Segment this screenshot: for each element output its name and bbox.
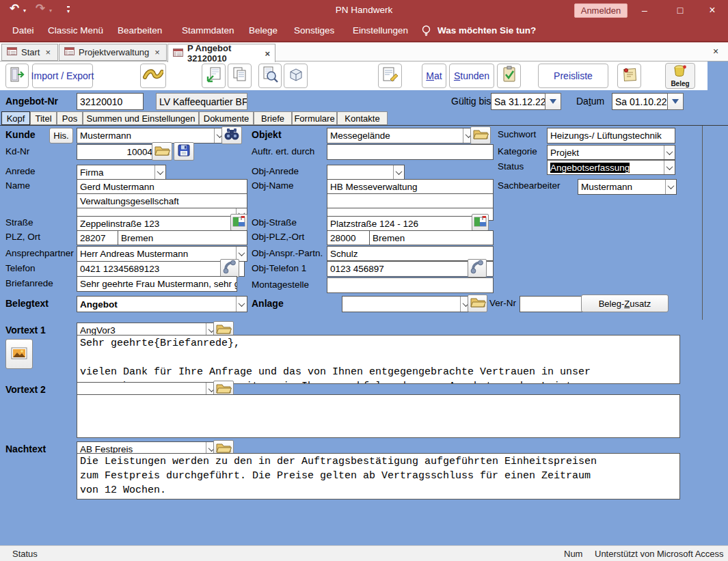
copy-button[interactable] [228, 64, 252, 88]
briefanrede-field[interactable]: Sehr geehrte Frau Mustermann, sehr gee [77, 276, 237, 292]
calculation-button[interactable] [378, 64, 402, 88]
anlage-combo[interactable] [342, 296, 472, 312]
ver-nr-label: Ver-Nr [489, 298, 516, 308]
menu-datei[interactable]: Datei [12, 25, 34, 36]
datum-field[interactable]: Sa 01.10.22 [612, 93, 672, 110]
close-form-icon[interactable]: × [713, 46, 718, 57]
obj-strasse-field[interactable]: Platzstraße 124 - 126 [327, 216, 478, 231]
preisliste-button[interactable]: Preisliste [538, 64, 608, 88]
cube-icon [287, 66, 305, 86]
close-button[interactable]: × [697, 0, 728, 20]
tab-close-icon[interactable]: × [265, 49, 270, 59]
combo-arrow-icon[interactable] [236, 297, 247, 312]
ort-field[interactable]: Bremen [118, 230, 247, 245]
name-field-1[interactable]: Gerd Mustermann [77, 179, 247, 195]
map-button[interactable] [230, 214, 247, 231]
menu-bearbeiten[interactable]: Bearbeiten [118, 25, 162, 36]
combo-arrow-icon[interactable] [664, 161, 675, 174]
vortext1-label: Vortext 1 [5, 325, 46, 336]
tab-summen[interactable]: Summen und Einstellungen [83, 111, 199, 125]
measure-button[interactable] [140, 64, 166, 88]
anrede-combo[interactable]: Firma [77, 165, 166, 180]
tab-projektverwaltung[interactable]: Projektverwaltung × [59, 44, 167, 61]
tell-me-box[interactable]: Was möchten Sie tun? [437, 25, 536, 36]
obj-map-button[interactable] [472, 214, 489, 231]
exit-button[interactable] [5, 64, 29, 88]
auftr-field[interactable] [327, 144, 494, 160]
menu-belege[interactable]: Belege [249, 25, 278, 36]
kunde-combo[interactable]: Mustermann [77, 128, 226, 143]
insert-image-button[interactable] [5, 339, 33, 369]
stunden-button[interactable]: Stunden [449, 64, 494, 88]
montagestelle-field[interactable] [327, 277, 494, 293]
menu-einstellungen[interactable]: Einstellungen [353, 25, 408, 36]
obj-name-field-2[interactable] [327, 193, 494, 209]
datum-dropdown[interactable] [667, 93, 684, 110]
dial-phone-button[interactable] [220, 259, 239, 277]
combo-arrow-icon[interactable] [664, 146, 675, 159]
tab-start[interactable]: Start × [1, 44, 58, 61]
import-export-button[interactable]: Import / Export [32, 64, 93, 88]
tab-close-icon[interactable]: × [45, 47, 51, 57]
obj-plz-field[interactable]: 28000 [327, 230, 375, 245]
suchwort-field[interactable]: Heizungs-/ Lüftungstechnik [547, 128, 675, 143]
gueltig-bis-field[interactable]: Sa 31.12.22 [491, 93, 550, 110]
vortext2-textarea[interactable] [77, 394, 680, 438]
vortext1-textarea[interactable]: Sehr geehrte{Briefanrede}, vielen Dank f… [77, 335, 680, 384]
notes-button[interactable] [617, 64, 641, 88]
anmelden-button[interactable]: Anmelden [574, 3, 628, 18]
measuring-tape-icon [143, 67, 163, 85]
ver-nr-field[interactable] [520, 296, 585, 312]
tab-formulare[interactable]: Formulare [292, 111, 337, 125]
lv-name-field[interactable]: LV Kaffeequartier BF [156, 93, 247, 110]
tab-dokumente[interactable]: Dokumente [199, 111, 254, 125]
kategorie-combo[interactable]: Projekt [547, 145, 675, 160]
tab-p-angebot[interactable]: P Angebot 32120010 × [167, 44, 275, 62]
menu-classic-menu[interactable]: Classic Menü [48, 25, 103, 36]
his-button[interactable]: His. [49, 128, 73, 143]
open-anlage-button[interactable] [468, 295, 487, 312]
nachtext-textarea[interactable]: Die Leistungen werden zu den in der Auft… [77, 453, 680, 500]
tab-label: Projektverwaltung [79, 47, 149, 57]
objekt-combo[interactable]: Messegelände [327, 128, 474, 143]
angebot-nr-field[interactable]: 32120010 [77, 93, 144, 110]
belegtext-combo[interactable]: Angebot [77, 296, 247, 312]
strasse-label: Straße [5, 217, 33, 228]
menu-sonstiges[interactable]: Sonstiges [294, 25, 334, 36]
minimize-button[interactable]: – [629, 0, 660, 20]
obj-name-field-1[interactable]: HB Messeverwaltung [327, 179, 494, 195]
beleg-button[interactable]: Beleg [665, 63, 695, 89]
mat-label: Mat [426, 70, 442, 81]
open-customer-button[interactable] [152, 142, 172, 161]
menu-stammdaten[interactable]: Stammdaten [182, 25, 234, 36]
save-customer-button[interactable] [174, 142, 194, 161]
tab-kopf[interactable]: Kopf [1, 111, 30, 125]
obj-anrede-combo[interactable] [327, 165, 405, 180]
tab-close-icon[interactable]: × [154, 47, 160, 57]
tab-kontakte[interactable]: Kontakte [337, 111, 388, 125]
beleg-zusatz-button[interactable]: Beleg-Zusatz [581, 295, 669, 312]
sachbearbeiter-combo[interactable]: Mustermann [578, 179, 677, 195]
name-field-2[interactable]: Verwaltungsgesellschaft [77, 193, 247, 209]
strasse-field[interactable]: Zeppelinstraße 123 [77, 216, 237, 231]
package-button[interactable] [284, 64, 308, 88]
ansprechpartner-label: Ansprechpartner [5, 248, 74, 258]
status-combo[interactable]: Angebotserfassung [547, 160, 675, 175]
obj-ansprechpartner-label: Obj-Anspr.-Partn. [252, 248, 323, 258]
print-preview-button[interactable] [258, 64, 282, 88]
open-objekt-button[interactable] [470, 126, 491, 144]
tab-titel[interactable]: Titel [30, 111, 57, 125]
combo-arrow-icon[interactable] [665, 180, 676, 194]
search-customer-button[interactable] [221, 126, 242, 144]
combo-arrow-icon[interactable] [154, 165, 165, 180]
gueltig-bis-dropdown[interactable] [545, 93, 561, 110]
tab-briefe[interactable]: Briefe [254, 111, 292, 125]
checklist-button[interactable] [497, 64, 521, 88]
combo-arrow-icon[interactable] [393, 165, 404, 180]
maximize-button[interactable]: □ [664, 0, 696, 20]
tab-pos[interactable]: Pos [57, 111, 83, 125]
obj-ort-field[interactable]: Bremen [369, 230, 494, 245]
obj-dial-phone-button[interactable] [468, 259, 487, 277]
paste-button[interactable] [202, 64, 226, 88]
mat-button[interactable]: Mat [422, 64, 446, 88]
